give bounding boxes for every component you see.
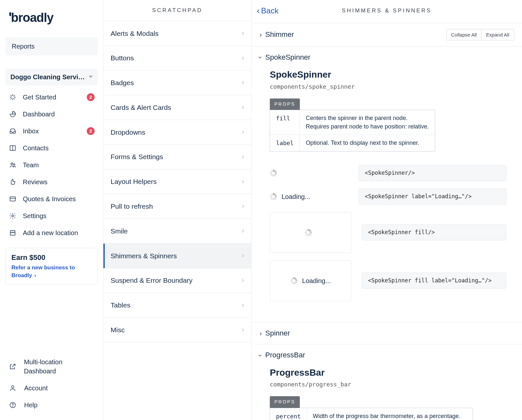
nav-item-reviews[interactable]: Reviews: [5, 173, 98, 190]
example-row: Loading...<SpokeSpinner fill label="Load…: [270, 260, 506, 301]
team-icon: [8, 161, 17, 169]
category-dropdowns[interactable]: Dropdowns ›: [103, 120, 251, 145]
category-forms-settings[interactable]: Forms & Settings ›: [103, 145, 251, 170]
footer-label: Account: [24, 383, 48, 393]
nav-label: Get Started: [23, 93, 56, 102]
prop-key: fill: [270, 110, 300, 135]
badge-count: 2: [87, 93, 95, 101]
store-icon: [8, 229, 17, 237]
workspace-name: Doggo Cleaning Services: [10, 72, 85, 82]
detail-panel: ‹ Back SHIMMERS & SPINNERS › Shimmer Col…: [252, 0, 522, 420]
reports-card[interactable]: Reports: [5, 37, 98, 55]
props-heading: PROPS: [270, 98, 300, 110]
sparkle-icon: [8, 93, 17, 101]
section-spoke-label[interactable]: SpokeSpinner: [265, 52, 310, 63]
category-buttons[interactable]: Buttons ›: [103, 46, 251, 71]
gear-icon: [8, 212, 17, 220]
chevron-down-icon[interactable]: ›: [256, 352, 265, 359]
chevron-right-icon: ›: [242, 28, 244, 38]
example-row: Loading...<SpokeSpinner label="Loading…"…: [270, 188, 506, 205]
chevron-right-icon: ›: [242, 127, 244, 137]
nav-item-inbox[interactable]: Inbox 2: [5, 123, 98, 140]
component-title: SpokeSpinner: [270, 68, 506, 81]
code-snippet: <SpokeSpinner/>: [359, 165, 506, 181]
referral-link[interactable]: Refer a new business to Broadly ›: [11, 264, 92, 279]
table-row: percent Width of the progress bar thermo…: [270, 408, 473, 420]
example-demo: Loading...: [270, 192, 348, 201]
nav-item-quotes-invoices[interactable]: Quotes & Invoices: [5, 190, 98, 207]
nav-item-dashboard[interactable]: Dashboard: [5, 106, 98, 123]
chevron-right-icon: ›: [242, 325, 244, 335]
example-row: <SpokeSpinner fill/>: [270, 212, 506, 253]
example-demo: [270, 212, 351, 253]
nav-item-add-a-new-location[interactable]: Add a new location: [5, 224, 98, 241]
nav-label: Inbox: [23, 127, 39, 136]
chevron-right-icon: ›: [242, 78, 244, 88]
thumbs-icon: [8, 178, 17, 186]
chevron-right-icon: ›: [242, 177, 244, 187]
footer-item-multi-location-dashboard[interactable]: Multi-location Dashboard: [5, 353, 98, 380]
external-icon: [8, 362, 17, 371]
footer-item-account[interactable]: Account: [5, 380, 98, 397]
category-badges[interactable]: Badges ›: [103, 70, 251, 95]
spoke-spinner-icon: [270, 170, 277, 177]
chevron-down-icon[interactable]: ›: [256, 53, 265, 61]
nav-item-get-started[interactable]: Get Started 2: [5, 89, 98, 106]
category-shimmers-spinners[interactable]: Shimmers & Spinners ›: [103, 244, 251, 268]
chevron-right-icon[interactable]: ›: [257, 30, 265, 39]
category-alerts-modals[interactable]: Alerts & Modals ›: [103, 21, 251, 46]
svg-rect-4: [10, 197, 16, 201]
category-smile[interactable]: Smile ›: [103, 219, 251, 244]
nav-item-contacts[interactable]: Contacts: [5, 140, 98, 157]
category-layout-helpers[interactable]: Layout Helpers ›: [103, 170, 251, 194]
section-spinner: › Spinner: [252, 322, 522, 345]
svg-point-2: [11, 163, 13, 165]
category-label: Alerts & Modals: [111, 29, 159, 38]
back-button[interactable]: ‹ Back: [257, 5, 279, 16]
expand-all-button[interactable]: Expand All: [481, 29, 514, 40]
category-label: Badges: [111, 78, 134, 87]
props-heading: PROPS: [270, 396, 300, 408]
workspace-select[interactable]: Doggo Cleaning Services: [5, 68, 98, 85]
chevron-right-icon: ›: [242, 102, 244, 112]
nav-label: Contacts: [23, 143, 49, 153]
props-table: fill Centers the spinner in the parent n…: [270, 110, 435, 151]
progress-bar-component: ProgressBar components/progress_bar PROP…: [257, 366, 514, 420]
detail-header: ‹ Back SHIMMERS & SPINNERS: [252, 0, 522, 23]
spoke-spinner-icon: [270, 193, 277, 200]
chevron-right-icon: ›: [242, 300, 244, 310]
code-snippet: <SpokeSpinner label="Loading…"/>: [359, 188, 506, 205]
category-misc[interactable]: Misc ›: [103, 318, 251, 342]
category-pull-to-refresh[interactable]: Pull to refresh ›: [103, 194, 251, 219]
category-tables[interactable]: Tables ›: [103, 293, 251, 318]
main-nav: Get Started 2 Dashboard Inbox 2 Contacts…: [5, 89, 98, 241]
section-spinner-label[interactable]: Spinner: [265, 328, 290, 338]
section-progress-label[interactable]: ProgressBar: [265, 350, 305, 360]
footer-label: Multi-location Dashboard: [24, 357, 95, 376]
prop-desc: Width of the progress bar thermometer, a…: [307, 408, 472, 420]
nav-label: Reviews: [23, 177, 48, 187]
nav-label: Quotes & Invoices: [23, 194, 76, 203]
category-label: Misc: [111, 325, 125, 335]
book-icon: [8, 144, 17, 152]
pie-icon: [8, 110, 17, 118]
chevron-right-icon: ›: [34, 272, 36, 278]
referral-earn: Earn $500: [11, 253, 92, 263]
logo-apostrophe-icon: ': [8, 8, 11, 28]
example-demo: [270, 170, 348, 177]
brand-logo: ' broadly: [8, 8, 98, 28]
nav-label: Settings: [23, 211, 46, 220]
category-suspend-error-boundary[interactable]: Suspend & Error Boundary ›: [103, 268, 251, 293]
category-label: Dropdowns: [111, 128, 145, 137]
category-label: Cards & Alert Cards: [111, 103, 171, 112]
referral-card[interactable]: Earn $500 Refer a new business to Broadl…: [5, 248, 98, 284]
prop-key: label: [270, 135, 300, 151]
chevron-right-icon[interactable]: ›: [257, 329, 265, 338]
category-cards-alert-cards[interactable]: Cards & Alert Cards ›: [103, 95, 251, 120]
nav-item-settings[interactable]: Settings: [5, 207, 98, 224]
footer-item-help[interactable]: Help: [5, 397, 98, 413]
nav-item-team[interactable]: Team: [5, 157, 98, 173]
section-shimmer-label[interactable]: Shimmer: [265, 30, 294, 40]
nav-label: Dashboard: [23, 110, 55, 119]
collapse-all-button[interactable]: Collapse All: [446, 29, 481, 40]
